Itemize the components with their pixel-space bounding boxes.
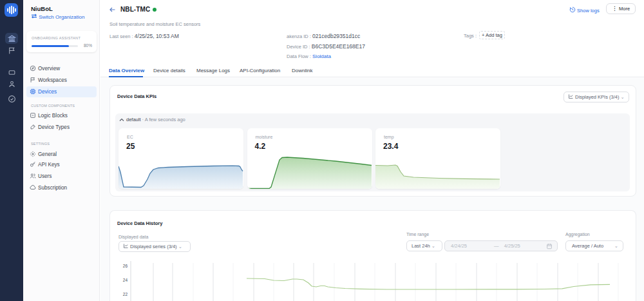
svg-text:24: 24 [123,278,128,282]
svg-text:26: 26 [123,264,128,268]
svg-text:22: 22 [123,292,128,296]
